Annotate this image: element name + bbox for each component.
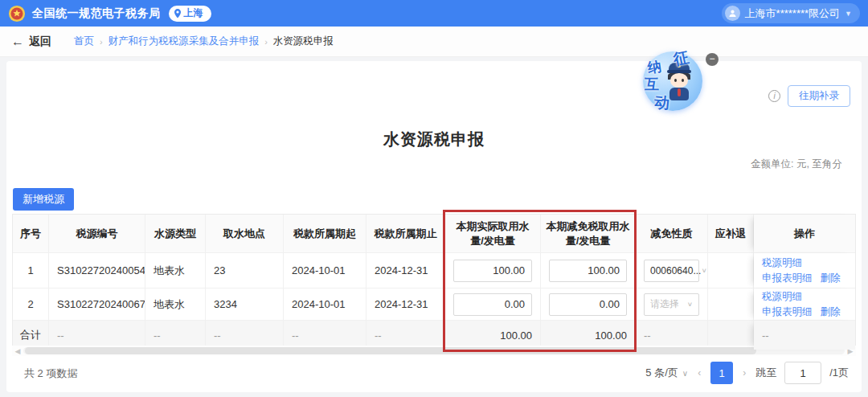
mascot-minimize-button[interactable]: − (706, 53, 719, 66)
table-header-row: 序号 税源编号 水源类型 取水地点 税款所属期起 税款所属期止 本期实际取用水量… (13, 215, 855, 253)
add-tax-source-button[interactable]: 新增税源 (13, 188, 74, 211)
tax-source-no: S31022720240067 (49, 289, 145, 321)
exempt-nature-value: 00060640... (650, 265, 701, 276)
breadcrumb-home[interactable]: 首页 (74, 35, 94, 48)
actual-usage-cell (445, 289, 541, 321)
table-row: 1 S31022720240054 地表水 23 2024-10-01 2024… (13, 253, 855, 289)
chevron-down-icon: ∨ (701, 267, 706, 274)
user-account-chip[interactable]: 上海市********限公司 ▼ (722, 3, 860, 23)
exempt-nature-cell: 00060640... ∨ (636, 253, 708, 289)
info-icon: i (768, 90, 780, 102)
next-page-button[interactable]: › (741, 367, 747, 379)
declaration-form-detail-link[interactable]: 申报表明细 (762, 305, 813, 319)
actual-usage-input[interactable] (453, 260, 532, 282)
water-location: 23 (206, 253, 284, 289)
col-header-tax-source-no: 税源编号 (49, 215, 145, 253)
actions-cell: 税源明细 申报表明细 删除 (754, 289, 855, 321)
exempt-usage-input[interactable] (549, 293, 627, 316)
refund-cell (708, 253, 754, 289)
delete-link[interactable]: 删除 (821, 272, 841, 285)
breadcrumb-current: 水资源税申报 (273, 35, 334, 48)
period-end: 2024-12-31 (366, 253, 445, 289)
back-arrow-icon[interactable]: ← (11, 35, 24, 49)
period-end: 2024-12-31 (366, 289, 445, 321)
tax-source-no: S31022720240054 (49, 253, 145, 289)
jump-to-page-input[interactable] (784, 362, 821, 384)
col-header-exempt-nature: 减免性质 (636, 215, 708, 253)
col-header-exempt-usage: 本期减免税取用水量/发电量 (541, 215, 636, 253)
col-header-period-start: 税款所属期起 (284, 215, 366, 253)
water-location: 3234 (206, 289, 284, 321)
actions-cell: 税源明细 申报表明细 删除 (754, 253, 855, 289)
table-row: 2 S31022720240067 地表水 3234 2024-10-01 20… (13, 289, 855, 321)
actual-usage-input[interactable] (453, 293, 532, 316)
period-start: 2024-10-01 (284, 253, 366, 289)
user-menu-caret-icon: ▼ (845, 10, 852, 18)
exempt-usage-cell (541, 289, 636, 321)
chevron-down-icon: ∨ (687, 301, 693, 308)
location-badge[interactable]: 上海 (169, 6, 211, 22)
page-title: 水资源税申报 (0, 129, 868, 150)
declaration-form-detail-link[interactable]: 申报表明细 (762, 272, 813, 285)
amount-unit-note: 金额单位: 元, 至角分 (751, 158, 842, 171)
page-number-button[interactable]: 1 (710, 362, 733, 384)
exempt-usage-input[interactable] (549, 260, 627, 282)
backfill-previous-periods-button[interactable]: 往期补录 (788, 85, 850, 107)
location-badge-label: 上海 (184, 6, 203, 20)
water-type: 地表水 (145, 253, 206, 289)
col-header-period-end: 税款所属期止 (366, 215, 445, 253)
user-name: 上海市********限公司 (745, 6, 840, 21)
exempt-nature-cell: 请选择 ∨ (636, 289, 708, 321)
col-header-refund: 应补退 (708, 215, 754, 253)
refund-cell (708, 289, 754, 321)
water-type: 地表水 (145, 289, 206, 321)
top-header-bar: 全国统一规范电子税务局 上海 上海市********限公司 ▼ (0, 0, 868, 27)
tax-source-table: 序号 税源编号 水源类型 取水地点 税款所属期起 税款所属期止 本期实际取用水量… (12, 214, 856, 350)
record-count-text: 共 2 项数据 (24, 366, 77, 381)
exempt-nature-placeholder: 请选择 (650, 297, 679, 311)
col-header-actual-usage: 本期实际取用水量/发电量 (445, 215, 541, 253)
national-emblem-logo (8, 5, 26, 23)
mascot-char: 动 (653, 92, 671, 114)
actual-usage-cell (445, 253, 541, 289)
tax-source-detail-link[interactable]: 税源明细 (762, 256, 802, 270)
breadcrumb-separator: › (100, 37, 103, 47)
col-header-location: 取水地点 (206, 215, 284, 253)
delete-link[interactable]: 删除 (821, 305, 841, 319)
period-start: 2024-10-01 (284, 289, 366, 321)
col-header-water-type: 水源类型 (145, 215, 206, 253)
exempt-usage-cell (541, 253, 636, 289)
table-horizontal-scrollbar: ◀ ▶ (12, 346, 856, 356)
app-title: 全国统一规范电子税务局 (32, 6, 161, 21)
tax-interaction-mascot[interactable]: 征 纳 互 动 (637, 48, 714, 114)
col-header-actions: 操作 (754, 215, 855, 253)
page-size-select[interactable]: 5 条/页 ∨ (645, 366, 688, 380)
total-actions-dash: -- (754, 321, 855, 350)
scroll-left-arrow-icon[interactable]: ◀ (12, 347, 23, 355)
breadcrumb-separator: › (264, 37, 268, 47)
row-index: 2 (13, 289, 49, 321)
pagination: 5 条/页 ∨ ‹ 1 › 跳至 /1页 (645, 362, 849, 384)
exempt-nature-select[interactable]: 00060640... ∨ (644, 260, 699, 282)
page-size-value: 5 条/页 (645, 366, 678, 380)
row-index: 1 (13, 253, 49, 289)
location-pin-icon (174, 9, 182, 18)
breadcrumb-bar: ← 返回 首页 › 财产和行为税税源采集及合并申报 › 水资源税申报 (0, 27, 868, 57)
breadcrumb-collection[interactable]: 财产和行为税税源采集及合并申报 (108, 35, 260, 48)
total-pages-label: /1页 (829, 366, 849, 380)
mascot-char: 征 (672, 47, 691, 70)
tax-source-detail-link[interactable]: 税源明细 (762, 290, 802, 304)
back-button[interactable]: 返回 (29, 35, 51, 49)
jump-to-label: 跳至 (755, 366, 776, 380)
scrollbar-thumb[interactable] (25, 347, 756, 354)
col-header-index: 序号 (13, 215, 49, 253)
user-avatar (725, 6, 740, 21)
prev-page-button[interactable]: ‹ (696, 367, 702, 379)
water-tax-declaration-page: 全国统一规范电子税务局 上海 上海市********限公司 ▼ ← 返回 首页 … (0, 0, 868, 397)
scrollbar-track[interactable] (23, 347, 845, 354)
exempt-nature-select[interactable]: 请选择 ∨ (644, 293, 699, 316)
chevron-down-icon: ∨ (682, 369, 688, 378)
